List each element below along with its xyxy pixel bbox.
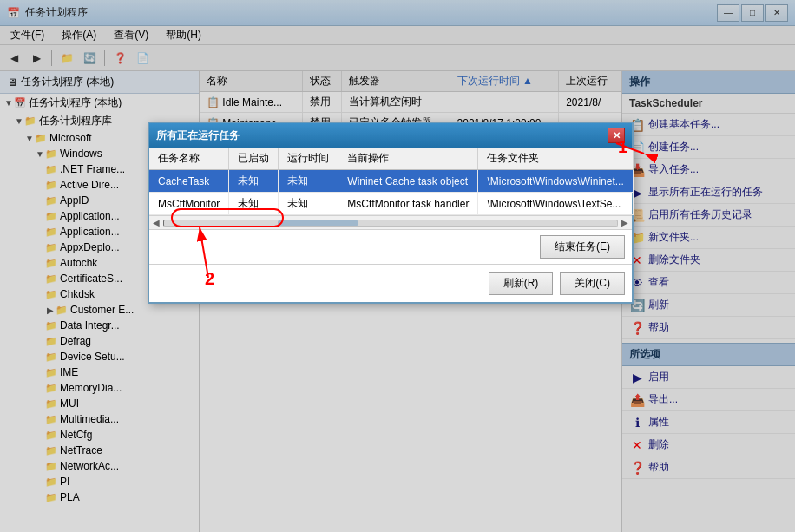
- modal-cell-action: Wininet Cache task object: [338, 170, 478, 193]
- modal-cell-runtime: 未知: [279, 170, 338, 193]
- modal-col-started[interactable]: 已启动: [229, 148, 279, 170]
- end-task-button[interactable]: 结束任务(E): [540, 235, 625, 259]
- scroll-left-btn[interactable]: ◀: [153, 218, 160, 227]
- modal-close-button[interactable]: ✕: [608, 128, 625, 143]
- modal-cell-name: MsCtfMonitor: [149, 193, 229, 215]
- modal-close-footer-button[interactable]: 关闭(C): [560, 272, 625, 295]
- scrollbar-thumb[interactable]: [278, 220, 359, 226]
- modal-col-action[interactable]: 当前操作: [338, 148, 478, 170]
- modal-footer: 刷新(R) 关闭(C): [149, 264, 632, 302]
- modal-cell-action: MsCtfMonitor task handler: [338, 193, 478, 215]
- modal-cell-started: 未知: [229, 193, 279, 215]
- running-tasks-modal: 所有正在运行任务 ✕ 任务名称 已启动 运行时间 当前操作 任务文件夹 Cach…: [148, 122, 634, 304]
- modal-table: 任务名称 已启动 运行时间 当前操作 任务文件夹 CacheTask 未知 未知…: [149, 148, 634, 215]
- modal-overlay: 所有正在运行任务 ✕ 任务名称 已启动 运行时间 当前操作 任务文件夹 Cach…: [0, 0, 795, 532]
- modal-refresh-button[interactable]: 刷新(R): [489, 272, 554, 295]
- modal-end-task-row: 结束任务(E): [149, 229, 632, 264]
- modal-col-folder[interactable]: 任务文件夹: [478, 148, 633, 170]
- modal-table-row[interactable]: MsCtfMonitor 未知 未知 MsCtfMonitor task han…: [149, 193, 633, 215]
- modal-scrollbar: ◀ ▶: [149, 215, 632, 229]
- modal-title: 所有正在运行任务: [156, 128, 240, 143]
- modal-cell-folder: \Microsoft\Windows\TextSe...: [478, 193, 633, 215]
- modal-cell-folder: \Microsoft\Windows\Wininet...: [478, 170, 633, 193]
- modal-table-row[interactable]: CacheTask 未知 未知 Wininet Cache task objec…: [149, 170, 633, 193]
- modal-cell-name: CacheTask: [149, 170, 229, 193]
- modal-cell-runtime: 未知: [279, 193, 338, 215]
- modal-col-runtime[interactable]: 运行时间: [279, 148, 338, 170]
- modal-cell-started: 未知: [229, 170, 279, 193]
- modal-col-name[interactable]: 任务名称: [149, 148, 229, 170]
- modal-title-bar: 所有正在运行任务 ✕: [149, 123, 632, 148]
- scroll-right-btn[interactable]: ▶: [621, 218, 628, 227]
- modal-content: 任务名称 已启动 运行时间 当前操作 任务文件夹 CacheTask 未知 未知…: [149, 148, 632, 264]
- scrollbar-track[interactable]: [163, 220, 618, 227]
